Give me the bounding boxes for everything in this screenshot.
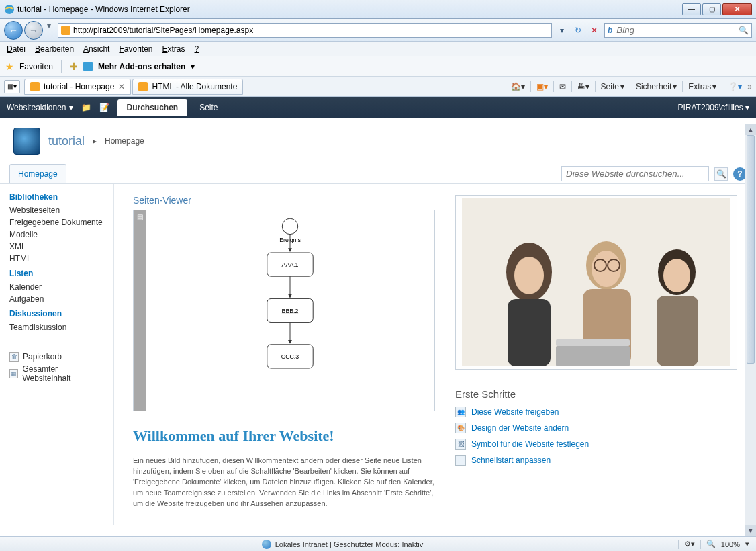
user-menu[interactable]: PIRAT2009\cfillies ▾ bbox=[678, 103, 750, 112]
scroll-up-icon[interactable]: ▲ bbox=[745, 124, 756, 135]
viewer-sidebar-icon[interactable]: ▤ bbox=[134, 210, 146, 411]
page-viewer-webpart[interactable]: ▤ Ereignis AAA.1 BBB.2 CCC.3 bbox=[133, 210, 435, 411]
all-content-icon: ▦ bbox=[9, 369, 18, 378]
share-icon: 👥 bbox=[455, 407, 466, 417]
svg-text:BBB.2: BBB.2 bbox=[282, 308, 299, 314]
history-dropdown[interactable]: ▾ bbox=[44, 21, 54, 40]
tab-icon bbox=[138, 82, 148, 91]
back-button[interactable]: ← bbox=[4, 21, 23, 40]
navigate-up-icon[interactable]: 📁 bbox=[81, 103, 91, 112]
gs-link-icon[interactable]: 🖼Symbol für die Website festlegen bbox=[455, 439, 737, 450]
recycle-icon: 🗑 bbox=[9, 352, 19, 362]
search-box[interactable]: b 🔍 bbox=[604, 23, 752, 38]
home-button[interactable]: 🏠▾ bbox=[511, 82, 525, 91]
ql-link-html[interactable]: HTML bbox=[9, 254, 104, 263]
quick-launch: Bibliotheken Websiteseiten Freigegebene … bbox=[0, 184, 114, 525]
maximize-button[interactable]: ▢ bbox=[702, 3, 721, 15]
address-dropdown[interactable]: ▾ bbox=[556, 24, 568, 36]
addons-link[interactable]: Mehr Add-ons erhalten bbox=[98, 62, 185, 71]
menu-extras[interactable]: Extras bbox=[162, 44, 185, 54]
gs-link-design[interactable]: 🎨Design der Website ändern bbox=[455, 423, 737, 433]
site-link[interactable]: tutorial bbox=[48, 134, 85, 149]
addons-dropdown-icon[interactable]: ▾ bbox=[191, 62, 195, 71]
help-button[interactable]: ❔▾ bbox=[728, 82, 742, 91]
site-search-input[interactable] bbox=[561, 166, 709, 181]
ql-link-shared-docs[interactable]: Freigegebene Dokumente bbox=[9, 218, 104, 227]
svg-rect-25 bbox=[556, 346, 630, 366]
svg-text:AAA.1: AAA.1 bbox=[282, 262, 299, 269]
ql-heading-lists[interactable]: Listen bbox=[9, 269, 104, 278]
ql-link-calendar[interactable]: Kalender bbox=[9, 282, 104, 292]
search-go-icon[interactable]: 🔍 bbox=[739, 26, 749, 35]
favorites-bar: ★ Favoriten ✚ Mehr Add-ons erhalten ▾ bbox=[0, 56, 756, 77]
ribbon-tab-browse[interactable]: Durchsuchen bbox=[117, 99, 188, 116]
site-logo[interactable] bbox=[13, 128, 40, 155]
ql-link-siteseiten[interactable]: Websiteseiten bbox=[9, 206, 104, 215]
menu-help[interactable]: ? bbox=[195, 44, 199, 54]
gs-link-share[interactable]: 👥Diese Website freigeben bbox=[455, 407, 737, 417]
menu-datei[interactable]: Datei bbox=[7, 44, 26, 54]
search-input[interactable] bbox=[616, 25, 739, 35]
vertical-scrollbar[interactable]: ▲ ▼ bbox=[745, 124, 756, 536]
zoom-level[interactable]: 100% bbox=[721, 540, 740, 548]
bing-icon: b bbox=[608, 26, 612, 35]
stop-button[interactable]: ✕ bbox=[588, 24, 600, 36]
ql-link-teamdisc[interactable]: Teamdiskussion bbox=[9, 323, 104, 332]
minimize-button[interactable]: — bbox=[682, 3, 701, 15]
menu-ansicht[interactable]: Ansicht bbox=[83, 44, 109, 54]
browser-tab-1[interactable]: HTML - Alle Dokumente bbox=[132, 79, 243, 95]
url-input[interactable] bbox=[73, 26, 549, 35]
forward-button[interactable]: → bbox=[24, 21, 43, 40]
edit-page-icon[interactable]: 📝 bbox=[99, 103, 109, 112]
menu-favoriten[interactable]: Favoriten bbox=[119, 44, 152, 54]
palette-icon: 🎨 bbox=[455, 423, 466, 433]
menu-bearbeiten[interactable]: Bearbeiten bbox=[35, 44, 74, 54]
gs-link-quicklaunch[interactable]: ☰Schnellstart anpassen bbox=[455, 455, 737, 466]
svg-text:CCC.3: CCC.3 bbox=[281, 353, 299, 360]
welcome-text: Ein neues Bild hinzufügen, diesen Willko… bbox=[133, 456, 435, 509]
close-button[interactable]: ✕ bbox=[722, 3, 752, 15]
page-viewer-title: Seiten-Viewer bbox=[133, 195, 435, 206]
svg-rect-24 bbox=[556, 339, 630, 346]
refresh-button[interactable]: ↻ bbox=[572, 24, 584, 36]
ribbon-tab-page[interactable]: Seite bbox=[190, 99, 227, 116]
svg-rect-23 bbox=[657, 296, 698, 366]
svg-point-22 bbox=[663, 259, 690, 292]
quick-tabs-button[interactable]: ▦▾ bbox=[4, 80, 20, 93]
address-bar[interactable] bbox=[58, 23, 552, 38]
feeds-button[interactable]: ▣▾ bbox=[536, 82, 548, 91]
page-menu[interactable]: Seite▾ bbox=[601, 82, 624, 91]
image-icon: 🖼 bbox=[455, 439, 466, 450]
ql-heading-discussions[interactable]: Diskussionen bbox=[9, 309, 104, 319]
scrollbar-thumb[interactable] bbox=[747, 135, 755, 364]
zoom-dropdown-icon[interactable]: ▾ bbox=[745, 540, 749, 548]
classic-menubar: Datei Bearbeiten Ansicht Favoriten Extra… bbox=[0, 42, 756, 56]
chevron-right-icon[interactable]: » bbox=[747, 82, 752, 91]
tools-menu[interactable]: Extras▾ bbox=[688, 82, 716, 91]
toplink-tab-homepage[interactable]: Homepage bbox=[9, 164, 66, 183]
safety-menu[interactable]: Sicherheit▾ bbox=[636, 82, 677, 91]
browser-tab-0[interactable]: tutorial - Homepage ✕ bbox=[24, 79, 131, 95]
ql-all-content[interactable]: ▦Gesamter Websiteinhalt bbox=[9, 364, 104, 383]
diagram-canvas[interactable]: Ereignis AAA.1 BBB.2 CCC.3 bbox=[146, 210, 434, 411]
protected-mode-icon[interactable]: ⚙▾ bbox=[684, 540, 695, 548]
print-button[interactable]: 🖶▾ bbox=[577, 82, 589, 91]
add-favorite-icon[interactable]: ✚ bbox=[70, 61, 78, 72]
mail-button[interactable]: ✉ bbox=[559, 82, 566, 91]
site-search-go[interactable]: 🔍 bbox=[714, 167, 728, 181]
site-actions-menu[interactable]: Websiteaktionen ▾ bbox=[7, 103, 73, 112]
ql-link-tasks[interactable]: Aufgaben bbox=[9, 294, 104, 304]
scroll-down-icon[interactable]: ▼ bbox=[745, 525, 756, 536]
ql-heading-libraries[interactable]: Bibliotheken bbox=[9, 192, 104, 202]
favorites-star-icon[interactable]: ★ bbox=[5, 61, 14, 72]
zone-icon bbox=[262, 540, 271, 549]
zoom-icon[interactable]: 🔍 bbox=[706, 540, 716, 548]
suggested-sites-icon[interactable] bbox=[83, 62, 93, 71]
ql-recycle-bin[interactable]: 🗑Papierkorb bbox=[9, 352, 104, 362]
tab-label: tutorial - Homepage bbox=[44, 82, 114, 91]
favorites-label[interactable]: Favoriten bbox=[19, 62, 53, 71]
tab-close-icon[interactable]: ✕ bbox=[118, 82, 125, 91]
nav-toolbar: ← → ▾ ▾ ↻ ✕ b 🔍 bbox=[0, 19, 756, 42]
ql-link-xml[interactable]: XML bbox=[9, 242, 104, 251]
ql-link-modelle[interactable]: Modelle bbox=[9, 230, 104, 239]
